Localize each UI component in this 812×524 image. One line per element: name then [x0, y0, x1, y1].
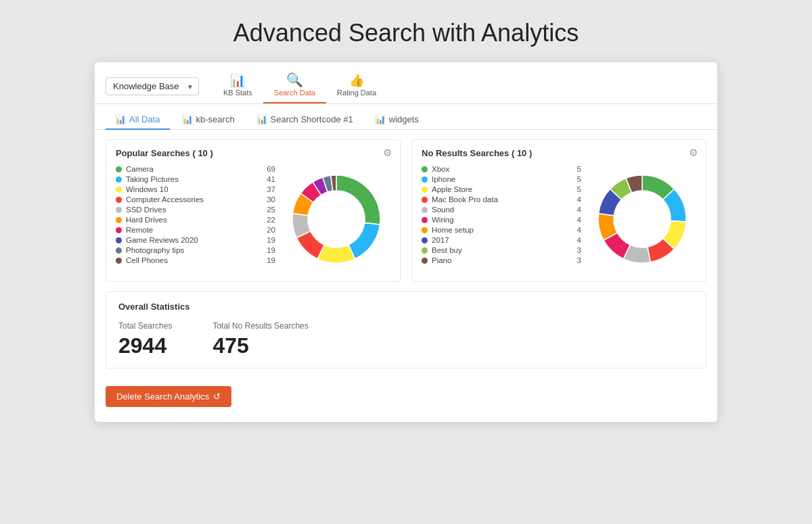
- legend-dot: [116, 237, 122, 243]
- delete-analytics-button[interactable]: Delete Search Analytics ↺: [106, 386, 231, 407]
- legend-label: Sound: [432, 206, 454, 214]
- sub-tab-all-data[interactable]: 📊 All Data: [106, 110, 170, 130]
- list-item: Taking Pictures 41: [116, 175, 275, 183]
- legend-label: 2017: [432, 236, 449, 244]
- legend-label: Computer Accessories: [126, 195, 204, 204]
- no-results-legend: Xbox 5 Iphone 5 Apple Store 5 Mac Book: [422, 165, 581, 266]
- refresh-icon: ↺: [213, 391, 221, 402]
- legend-label: Best buy: [432, 246, 462, 254]
- list-item: Cell Phones 19: [116, 256, 275, 264]
- legend-count: 20: [267, 226, 275, 234]
- charts-row: Popular Searches ( 10 ) ⚙ Camera 69 Taki…: [106, 139, 706, 282]
- no-results-inner: Xbox 5 Iphone 5 Apple Store 5 Mac Book: [422, 165, 696, 273]
- stats-card: Overall Statistics Total Searches 2944 T…: [106, 291, 706, 368]
- list-item: Computer Accessories 30: [116, 195, 275, 204]
- legend-dot: [116, 197, 122, 203]
- donut-segment: [348, 222, 380, 259]
- legend-count: 25: [267, 206, 275, 214]
- legend-dot: [422, 207, 428, 213]
- legend-dot: [422, 197, 428, 203]
- legend-dot: [422, 217, 428, 223]
- popular-searches-gear-icon[interactable]: ⚙: [383, 147, 392, 159]
- legend-dot: [422, 227, 428, 233]
- list-item: Game Reviews 2020 19: [116, 236, 275, 244]
- knowledge-base-select[interactable]: Knowledge Base: [106, 77, 199, 95]
- list-item: Home setup 4: [422, 226, 581, 234]
- legend-count: 30: [267, 195, 275, 204]
- legend-count: 41: [267, 175, 275, 183]
- legend-count: 37: [267, 185, 275, 193]
- popular-searches-card: Popular Searches ( 10 ) ⚙ Camera 69 Taki…: [106, 139, 401, 282]
- legend-dot: [422, 166, 428, 172]
- legend-dot: [422, 176, 428, 183]
- list-item: Piano 3: [422, 256, 581, 264]
- no-results-gear-icon[interactable]: ⚙: [689, 147, 698, 159]
- list-item: Remote 20: [116, 226, 275, 234]
- legend-count: 4: [577, 226, 581, 234]
- page-wrapper: Advanced Search with Analytics Knowledge…: [0, 0, 812, 524]
- tab-rating-data[interactable]: 👍 Rating Data: [326, 70, 387, 103]
- list-item: SSD Drives 25: [116, 206, 275, 214]
- legend-count: 19: [267, 256, 275, 264]
- popular-searches-inner: Camera 69 Taking Pictures 41 Windows 10 …: [116, 165, 390, 273]
- legend-count: 4: [577, 216, 581, 224]
- toolbar: Knowledge Base ▼ 📊 KB Stats 🔍 Search Dat…: [95, 62, 717, 104]
- legend-dot: [422, 237, 428, 243]
- donut-segment: [336, 175, 380, 224]
- legend-count: 3: [577, 256, 581, 264]
- legend-count: 22: [267, 216, 275, 224]
- bar-chart-icon: 📊: [230, 73, 245, 88]
- stats-title: Overall Statistics: [118, 302, 694, 312]
- tab-kb-stats[interactable]: 📊 KB Stats: [212, 70, 263, 103]
- list-item: Iphone 5: [422, 175, 581, 183]
- bar-chart-small-icon2: 📊: [182, 114, 193, 124]
- bar-chart-small-icon: 📊: [115, 114, 126, 124]
- bar-chart-small-icon4: 📊: [375, 114, 386, 124]
- tab-search-data[interactable]: 🔍 Search Data: [263, 69, 326, 103]
- sub-tab-search-shortcode[interactable]: 📊 Search Shortcode #1: [247, 110, 363, 130]
- bar-chart-small-icon3: 📊: [256, 114, 267, 124]
- search-icon: 🔍: [286, 72, 303, 88]
- stats-row: Total Searches 2944 Total No Results Sea…: [118, 321, 694, 358]
- list-item: Camera 69: [116, 165, 275, 173]
- legend-label: Cell Phones: [126, 256, 168, 264]
- legend-label: Windows 10: [126, 185, 168, 193]
- legend-count: 5: [577, 175, 581, 183]
- total-no-results-label: Total No Results Searches: [212, 321, 308, 331]
- legend-count: 4: [577, 195, 581, 204]
- legend-label: Xbox: [432, 165, 449, 173]
- legend-dot: [422, 247, 428, 254]
- popular-searches-title: Popular Searches ( 10 ): [116, 148, 390, 158]
- legend-count: 5: [577, 165, 581, 173]
- list-item: Xbox 5: [422, 165, 581, 173]
- no-results-title: No Results Searches ( 10 ): [422, 148, 696, 158]
- legend-count: 5: [577, 185, 581, 193]
- legend-count: 3: [577, 246, 581, 254]
- legend-dot: [116, 227, 122, 233]
- legend-count: 69: [267, 165, 275, 173]
- page-title: Advanced Search with Analytics: [233, 19, 579, 47]
- legend-label: Mac Book Pro data: [432, 195, 498, 204]
- legend-label: Hard Drives: [126, 216, 167, 224]
- total-searches-label: Total Searches: [118, 321, 172, 331]
- legend-count: 4: [577, 236, 581, 244]
- legend-count: 19: [267, 236, 275, 244]
- total-no-results-value: 475: [212, 333, 308, 358]
- legend-dot: [116, 217, 122, 223]
- legend-dot: [116, 258, 122, 264]
- legend-dot: [116, 187, 122, 193]
- legend-count: 19: [267, 246, 275, 254]
- content-area: Popular Searches ( 10 ) ⚙ Camera 69 Taki…: [95, 130, 717, 382]
- total-no-results-item: Total No Results Searches 475: [212, 321, 308, 358]
- legend-label: Photography tips: [126, 246, 184, 254]
- sub-tab-widgets[interactable]: 📊 widgets: [365, 110, 428, 130]
- list-item: Hard Drives 22: [116, 216, 275, 224]
- sub-tab-kb-search[interactable]: 📊 kb-search: [173, 110, 244, 130]
- legend-label: Apple Store: [432, 185, 472, 193]
- no-results-searches-card: No Results Searches ( 10 ) ⚙ Xbox 5 Ipho…: [411, 139, 706, 282]
- list-item: Photography tips 19: [116, 246, 275, 254]
- kb-select-wrap[interactable]: Knowledge Base ▼: [106, 77, 199, 95]
- legend-dot: [116, 247, 122, 254]
- main-card: Knowledge Base ▼ 📊 KB Stats 🔍 Search Dat…: [95, 62, 717, 422]
- legend-label: Home setup: [432, 226, 474, 234]
